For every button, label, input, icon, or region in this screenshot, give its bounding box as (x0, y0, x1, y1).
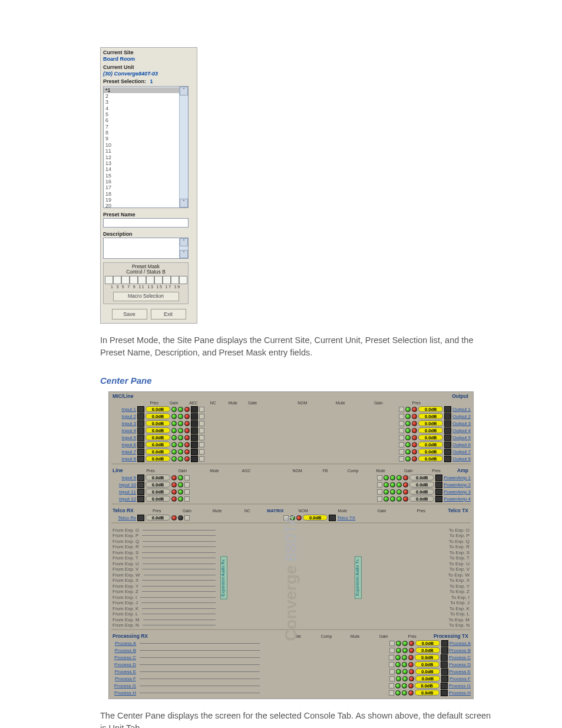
gain-value[interactable]: 0.0dB (303, 515, 328, 521)
pres-icon[interactable] (435, 489, 442, 495)
del-led[interactable] (395, 655, 401, 660)
pres-icon[interactable] (444, 420, 451, 427)
gain-value[interactable]: 0.0dB (418, 413, 443, 419)
channel-label[interactable]: Process C (449, 655, 471, 660)
del-led[interactable] (396, 648, 401, 653)
comp-led[interactable] (396, 482, 402, 487)
gain-value[interactable]: 0.0dB (146, 456, 170, 462)
line-row[interactable]: Input 9 0.0dB (111, 474, 262, 481)
gate-icon[interactable] (191, 434, 198, 441)
channel-label[interactable]: Process B (111, 648, 136, 653)
aec-led[interactable] (171, 435, 177, 440)
pres-icon[interactable] (441, 683, 448, 689)
channel-label[interactable]: Output 2 (452, 414, 471, 419)
exp-label[interactable]: From Exp. I (113, 595, 137, 600)
gate-icon[interactable] (191, 427, 198, 434)
nc-led[interactable] (178, 435, 183, 440)
to-exp-row[interactable]: To Exp. Y (441, 583, 471, 589)
exp-label[interactable]: From Exp. J (113, 600, 138, 605)
channel-label[interactable]: Output 5 (452, 435, 471, 440)
channel-label[interactable]: PowerAmp 2 (444, 482, 471, 487)
comp-led[interactable] (402, 641, 408, 646)
nc-led[interactable] (178, 421, 183, 426)
ngm-led[interactable] (384, 475, 389, 480)
fb-led[interactable] (390, 496, 395, 502)
del-led[interactable] (396, 641, 401, 646)
del-led[interactable] (396, 676, 401, 681)
list-item[interactable]: 5 (104, 111, 188, 117)
comp-led[interactable] (402, 648, 408, 653)
aec-led[interactable] (171, 456, 177, 462)
nom-led[interactable] (405, 407, 411, 412)
gain-value[interactable]: 0.0dB (146, 420, 170, 426)
agc-led[interactable] (178, 482, 183, 487)
nc-led[interactable] (178, 428, 183, 433)
output-row[interactable]: 0.0dB Output 1 (283, 406, 471, 413)
from-exp-row[interactable]: From Exp. I (111, 594, 220, 600)
to-exp-row[interactable]: To Exp. N (441, 622, 471, 628)
gain-value[interactable]: 0.0dB (418, 427, 443, 433)
pres-icon[interactable] (435, 482, 442, 488)
channel-label[interactable]: Process C (111, 655, 136, 660)
mute-led[interactable] (171, 489, 177, 495)
mute-led[interactable] (412, 414, 417, 419)
pres-icon[interactable] (441, 668, 448, 675)
gain-value[interactable]: 0.0dB (415, 661, 439, 667)
channel-label[interactable]: Process D (111, 662, 136, 667)
ngm-led[interactable] (384, 489, 389, 495)
gain-value[interactable]: 0.0dB (146, 496, 170, 502)
process-tx-row[interactable]: 0.0dB Process A (283, 640, 471, 647)
channel-label[interactable]: Output 4 (452, 428, 471, 433)
mute-led[interactable] (409, 641, 414, 646)
from-exp-row[interactable]: From Exp. N (111, 622, 220, 628)
pres-icon[interactable] (137, 482, 144, 488)
nc-led[interactable] (178, 407, 183, 412)
to-exp-row[interactable]: To Exp. V (441, 566, 471, 572)
channel-label[interactable]: Output 1 (452, 407, 471, 412)
from-exp-row[interactable]: From Exp. P (111, 533, 220, 539)
process-rx-row[interactable]: Process G (111, 682, 262, 689)
list-item[interactable]: 16 (104, 179, 188, 185)
macro-selection-button[interactable]: Macro Selection (113, 292, 179, 301)
mute-led[interactable] (184, 449, 190, 454)
comp-led[interactable] (402, 662, 407, 667)
gain-value[interactable]: 0.0dB (146, 434, 170, 440)
to-exp-row[interactable]: To Exp. W (440, 572, 471, 578)
fb-led[interactable] (390, 475, 395, 480)
gain-value[interactable]: 0.0dB (415, 668, 440, 674)
list-item[interactable]: 18 (104, 191, 188, 197)
pres-icon[interactable] (329, 515, 336, 521)
exp-label[interactable]: From Exp. O (113, 528, 139, 533)
nom-led[interactable] (405, 449, 411, 454)
aec-led[interactable] (171, 421, 177, 426)
channel-label[interactable]: Input 12 (111, 496, 136, 502)
mute-led[interactable] (184, 456, 190, 462)
exp-label[interactable]: To Exp. V (449, 566, 470, 572)
mute-led[interactable] (408, 690, 414, 696)
to-exp-row[interactable]: To Exp. O (441, 527, 471, 533)
list-item[interactable]: 15 (104, 173, 188, 179)
list-item[interactable]: 2 (104, 93, 188, 99)
exp-label[interactable]: To Exp. M (448, 617, 470, 622)
input-row[interactable]: Input 4 0.0dB (111, 427, 262, 434)
list-item[interactable]: 12 (104, 154, 188, 160)
from-exp-row[interactable]: From Exp. K (111, 605, 220, 611)
exp-label[interactable]: From Exp. N (113, 622, 139, 628)
gate-icon[interactable] (191, 456, 198, 462)
exp-label[interactable]: To Exp. P (449, 533, 470, 538)
gain-value[interactable]: 0.0dB (418, 442, 443, 447)
channel-label[interactable]: Output 3 (452, 421, 471, 426)
channel-label[interactable]: Process G (449, 683, 471, 689)
gain-value[interactable]: 0.0dB (409, 475, 434, 480)
process-rx-row[interactable]: Process C (111, 654, 262, 661)
matrix-label[interactable]: MATRIX (267, 508, 279, 513)
mute-led[interactable] (403, 482, 408, 487)
channel-label[interactable]: Process D (449, 662, 471, 667)
gate-icon[interactable] (191, 406, 198, 413)
channel-label[interactable]: Input 9 (111, 475, 136, 480)
mute-led[interactable] (412, 442, 417, 447)
to-exp-row[interactable]: To Exp. U (441, 561, 471, 566)
agc-led[interactable] (178, 475, 183, 480)
exp-label[interactable]: From Exp. K (113, 606, 138, 611)
fb-led[interactable] (390, 489, 395, 495)
